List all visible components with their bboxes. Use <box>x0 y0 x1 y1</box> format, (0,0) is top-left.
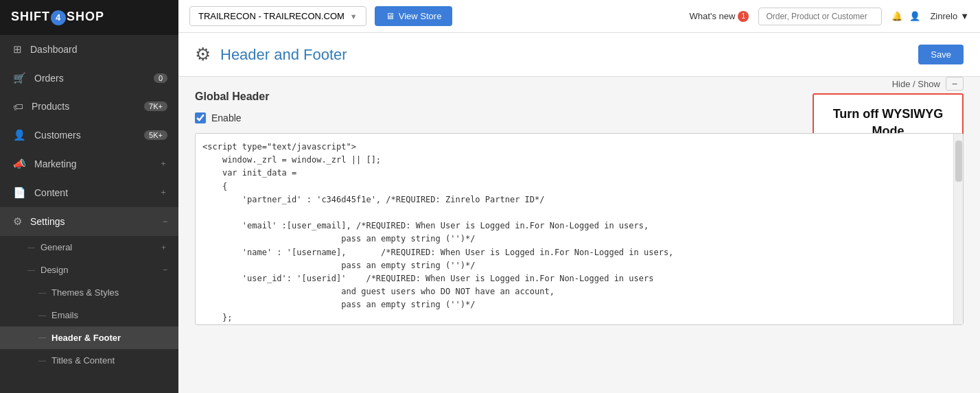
orders-icon: 🛒 <box>13 72 26 84</box>
logo: SHIFT4SHOP <box>0 0 178 35</box>
customers-icon: 👤 <box>13 129 26 141</box>
page-title: Header and Footer <box>220 46 347 64</box>
logo-text: SHIFT4SHOP <box>11 10 104 25</box>
store-name: TRAILRECON - TRAILRECON.COM <box>198 11 345 21</box>
sidebar-item-general[interactable]: General ＋ <box>0 236 178 259</box>
sidebar-item-titles-content[interactable]: Titles & Content <box>0 349 178 372</box>
sidebar-item-label: Products <box>32 101 69 112</box>
store-dropdown-arrow: ▼ <box>350 12 358 21</box>
enable-label[interactable]: Enable <box>211 112 242 123</box>
sidebar-item-content[interactable]: 📄 Content ＋ <box>0 178 178 207</box>
sub-item-label: General <box>40 242 72 252</box>
sidebar-item-customers[interactable]: 👤 Customers 5K+ <box>0 121 178 150</box>
sidebar-item-label: Settings <box>30 216 65 227</box>
page-header-actions: Save <box>918 45 964 64</box>
minimize-button[interactable]: − <box>946 77 964 91</box>
products-icon: 🏷 <box>13 101 23 112</box>
scrollbar[interactable] <box>953 134 963 324</box>
sidebar-item-dashboard[interactable]: ⊞ Dashboard <box>0 35 178 64</box>
sidebar-item-settings[interactable]: ⚙ Settings − <box>0 207 178 236</box>
user-icon[interactable]: 👤 <box>909 11 920 21</box>
scrollbar-thumb <box>955 141 962 182</box>
code-editor-wrapper: <script type="text/javascript"> window._… <box>195 133 964 325</box>
sidebar-item-emails[interactable]: Emails <box>0 304 178 326</box>
dashboard-icon: ⊞ <box>13 43 22 56</box>
topbar-right: What's new 1 🔔 👤 Zinrelo ▼ <box>690 8 969 25</box>
sidebar-nav: ⊞ Dashboard 🛒 Orders 0 🏷 Products 7K+ 👤 … <box>0 35 178 394</box>
settings-expand-icon: − <box>163 217 167 226</box>
sidebar-item-label: Content <box>34 187 68 198</box>
sidebar-item-label: Marketing <box>34 158 76 169</box>
settings-icon: ⚙ <box>13 215 22 228</box>
sidebar-item-header-footer[interactable]: Header & Footer <box>0 326 178 349</box>
save-button[interactable]: Save <box>918 45 964 64</box>
search-input[interactable] <box>758 8 882 25</box>
sub-item-label: Titles & Content <box>51 355 115 366</box>
main-area: TRAILRECON - TRAILRECON.COM ▼ 🖥 View Sto… <box>178 0 980 393</box>
products-badge: 7K+ <box>144 102 167 111</box>
bell-icon[interactable]: 🔔 <box>891 11 902 21</box>
store-selector[interactable]: TRAILRECON - TRAILRECON.COM ▼ <box>189 6 366 26</box>
content-icon: 📄 <box>13 187 26 199</box>
logo-number: 4 <box>51 10 66 25</box>
sub-item-label: Design <box>40 265 68 275</box>
code-editor[interactable]: <script type="text/javascript"> window._… <box>196 134 963 324</box>
view-store-button[interactable]: 🖥 View Store <box>375 6 453 26</box>
hide-show-label: Hide / Show <box>892 79 940 89</box>
marketing-expand-icon: ＋ <box>159 158 167 169</box>
whats-new-link[interactable]: What's new 1 <box>690 11 749 22</box>
sidebar-item-products[interactable]: 🏷 Products 7K+ <box>0 93 178 121</box>
sidebar-item-label: Dashboard <box>30 44 78 55</box>
monitor-icon: 🖥 <box>386 11 395 21</box>
content-area: Hide / Show − Turn off WYSIWYG Mode WYSI… <box>178 77 980 393</box>
topbar-icons: 🔔 👤 <box>891 11 920 21</box>
sub-item-label: Header & Footer <box>51 333 121 343</box>
page-header: ⚙ Header and Footer Save <box>178 33 980 77</box>
sub-item-label: Themes & Styles <box>51 287 119 298</box>
sidebar-item-themes-styles[interactable]: Themes & Styles <box>0 281 178 304</box>
sidebar: SHIFT4SHOP ⊞ Dashboard 🛒 Orders 0 🏷 Prod… <box>0 0 178 393</box>
user-dropdown-arrow: ▼ <box>960 11 969 21</box>
sub-item-label: Emails <box>51 310 78 320</box>
notification-badge: 1 <box>738 11 749 22</box>
enable-checkbox[interactable] <box>195 112 206 123</box>
topbar-user[interactable]: Zinrelo ▼ <box>930 11 969 21</box>
customers-badge: 5K+ <box>144 130 167 140</box>
sidebar-item-label: Customers <box>34 130 81 141</box>
hide-show-row: Hide / Show − <box>813 77 964 91</box>
topbar: TRAILRECON - TRAILRECON.COM ▼ 🖥 View Sto… <box>178 0 980 33</box>
marketing-icon: 📣 <box>13 158 26 170</box>
design-expand-icon: − <box>163 265 167 274</box>
page-header-icon: ⚙ <box>195 44 211 65</box>
content-expand-icon: ＋ <box>159 187 167 198</box>
sidebar-item-marketing[interactable]: 📣 Marketing ＋ <box>0 150 178 178</box>
orders-badge: 0 <box>154 73 167 83</box>
sidebar-item-design[interactable]: Design − <box>0 259 178 281</box>
sidebar-item-orders[interactable]: 🛒 Orders 0 <box>0 64 178 93</box>
general-expand-icon: ＋ <box>160 242 167 252</box>
sidebar-item-label: Orders <box>34 73 64 84</box>
